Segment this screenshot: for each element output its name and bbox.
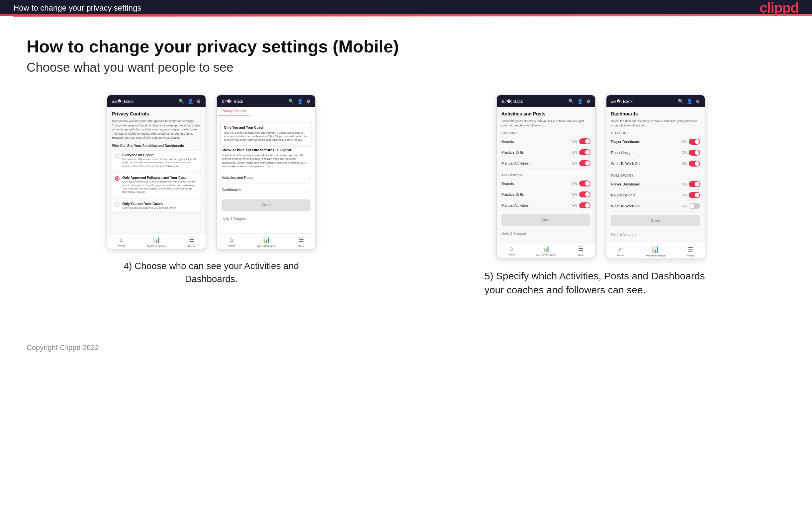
profile-icon[interactable]: 👤 <box>188 99 193 104</box>
coaches-drills-label: Practice Drills <box>502 150 524 154</box>
save-button-2[interactable]: Save <box>221 200 310 211</box>
nav-home-1[interactable]: ⌂ Home <box>118 236 125 247</box>
coaches-rounds-toggle-area: ON <box>572 138 591 144</box>
nav-performance-2[interactable]: 📊 My Performance <box>257 236 276 247</box>
chevron-activities: › <box>309 175 311 180</box>
nav-menu-4[interactable]: ☰ Menu <box>687 246 694 257</box>
menu-label-1: Menu <box>188 244 195 247</box>
phone-body-4: Dashboards Select the dashboards that yo… <box>606 107 705 243</box>
screenshot-pair-2: &#�; Back 🔍 👤 ⚙ Activities and Posts Sel… <box>496 95 705 259</box>
nav-performance-4[interactable]: 📊 My Performance <box>646 246 666 257</box>
settings-icon-2[interactable]: ⚙ <box>306 99 310 104</box>
phone-tabs-2: Privacy Controls <box>217 107 315 115</box>
menu-activities-posts[interactable]: Activities and Posts › <box>221 172 310 184</box>
help-section-3: Help & Support <box>502 229 591 238</box>
option-coach-only[interactable]: Only You and Your Coach Only you and the… <box>112 199 201 213</box>
coaches-manual-toggle-area: ON <box>572 160 591 166</box>
followers-rounds-row: Rounds ON <box>502 178 591 189</box>
tab-privacy-controls[interactable]: Privacy Controls <box>218 107 249 115</box>
menu-label-2: Menu <box>298 244 305 247</box>
followers-rounds-label: Rounds <box>502 181 514 185</box>
top-bar-gradient <box>0 14 812 16</box>
radio-everyone[interactable] <box>115 154 119 158</box>
coaches-drills-on-text: ON <box>572 151 577 154</box>
performance-label-1: My Performance <box>147 244 167 247</box>
help-section-4: Help & Support <box>611 230 700 239</box>
coaches-what-to-work-toggle[interactable] <box>689 161 700 167</box>
dashboards-desc: Select the dashboards that you'd like to… <box>611 119 700 127</box>
coaches-section-label-3: COACHES <box>502 131 591 135</box>
header-icons-3: 🔍 👤 ⚙ <box>568 99 591 104</box>
search-icon-2[interactable]: 🔍 <box>288 99 294 104</box>
topbar-title: How to change your privacy settings <box>13 3 142 13</box>
profile-icon-2[interactable]: 👤 <box>297 99 303 104</box>
back-button-1[interactable]: &#�; Back <box>112 99 134 104</box>
home-label-4: Home <box>617 254 624 257</box>
search-icon-3[interactable]: 🔍 <box>568 99 574 104</box>
radio-coach-only[interactable] <box>115 203 119 207</box>
coaches-rounds-toggle[interactable] <box>579 138 591 144</box>
top-bar: How to change your privacy settings clip… <box>0 0 812 16</box>
followers-rounds-toggle[interactable] <box>579 180 591 186</box>
coaches-player-on-text: ON <box>682 140 687 144</box>
nav-home-3[interactable]: ⌂ Home <box>507 245 514 257</box>
profile-icon-4[interactable]: 👤 <box>687 99 693 104</box>
home-icon-4: ⌂ <box>619 246 623 253</box>
nav-menu-1[interactable]: ☰ Menu <box>188 236 195 247</box>
settings-icon-4[interactable]: ⚙ <box>696 99 700 104</box>
screenshot-group-2: &#�; Back 🔍 👤 ⚙ Activities and Posts Sel… <box>416 95 786 297</box>
followers-drills-toggle-area: ON <box>572 191 591 198</box>
menu-dashboards[interactable]: Dashboards › <box>221 184 310 196</box>
followers-player-toggle[interactable] <box>689 181 700 187</box>
bottom-nav-1: ⌂ Home 📊 My Performance ☰ Menu <box>107 233 206 249</box>
coaches-drills-toggle[interactable] <box>579 149 591 155</box>
back-button-2[interactable]: &#�; Back <box>221 99 243 104</box>
followers-player-dash-label: Player Dashboard <box>611 182 640 186</box>
performance-icon-4: 📊 <box>652 246 659 253</box>
coaches-round-insights-toggle[interactable] <box>689 150 700 156</box>
coaches-player-toggle[interactable] <box>689 139 700 145</box>
followers-what-to-work-toggle[interactable] <box>689 203 700 209</box>
radio-approved[interactable] <box>115 176 119 181</box>
nav-home-2[interactable]: ⌂ Home <box>228 236 235 247</box>
followers-manual-toggle[interactable] <box>579 203 591 208</box>
nav-menu-3[interactable]: ☰ Menu <box>577 245 584 257</box>
save-button-4[interactable]: Save <box>611 215 700 226</box>
nav-home-4[interactable]: ⌂ Home <box>617 246 624 257</box>
search-icon[interactable]: 🔍 <box>179 99 184 104</box>
dashboards-label: Dashboards <box>221 188 241 192</box>
screenshot-group-1: &#�; Back 🔍 👤 ⚙ Privacy Controls Control… <box>27 95 396 285</box>
coaches-what-to-work-row: What To Work On ON <box>611 158 700 169</box>
phone-body-1: Privacy Controls Control how you and you… <box>107 107 206 233</box>
followers-round-insights-toggle-area: ON <box>682 192 700 198</box>
followers-player-dash-row: Player Dashboard ON <box>611 179 700 190</box>
option-approved[interactable]: Only Approved Followers and Your Coach O… <box>112 173 201 197</box>
back-button-4[interactable]: &#�; Back <box>611 99 633 104</box>
nav-performance-1[interactable]: 📊 My Performance <box>147 236 167 247</box>
caption-1: 4) Choose who can see your Activities an… <box>115 260 308 285</box>
nav-performance-3[interactable]: 📊 My Performance <box>536 245 556 257</box>
settings-icon-3[interactable]: ⚙ <box>586 99 591 104</box>
show-hide-desc: Regardless of the privacy controls that … <box>221 153 310 168</box>
save-button-3[interactable]: Save <box>502 214 591 226</box>
phone-header-1: &#�; Back 🔍 👤 ⚙ <box>107 95 206 107</box>
phone-screen-4: &#�; Back 🔍 👤 ⚙ Dashboards Select the da… <box>606 95 705 259</box>
screenshots-row: &#�; Back 🔍 👤 ⚙ Privacy Controls Control… <box>27 95 785 297</box>
option-everyone[interactable]: Everyone on Clippd Everyone on Clippd ca… <box>112 150 201 171</box>
search-icon-4[interactable]: 🔍 <box>678 99 683 104</box>
back-button-3[interactable]: &#�; Back <box>502 99 523 104</box>
coaches-player-dash-label: Player Dashboard <box>611 140 640 144</box>
card-desc: Only you and the coaches you connect wit… <box>224 131 308 142</box>
coaches-manual-label: Manual Activities <box>502 161 529 165</box>
followers-drills-toggle[interactable] <box>579 191 591 198</box>
option-approved-text: Only Approved Followers and Your Coach O… <box>122 176 198 194</box>
settings-icon[interactable]: ⚙ <box>197 99 201 104</box>
followers-section-label-3: FOLLOWERS <box>502 174 591 177</box>
menu-icon-3: ☰ <box>578 245 583 252</box>
profile-icon-3[interactable]: 👤 <box>577 99 583 104</box>
menu-icon-2: ☰ <box>299 236 304 243</box>
followers-round-insights-toggle[interactable] <box>689 192 700 198</box>
coaches-manual-toggle[interactable] <box>579 160 591 166</box>
nav-menu-2[interactable]: ☰ Menu <box>298 236 305 247</box>
option-approved-label: Only Approved Followers and Your Coach <box>122 176 198 179</box>
